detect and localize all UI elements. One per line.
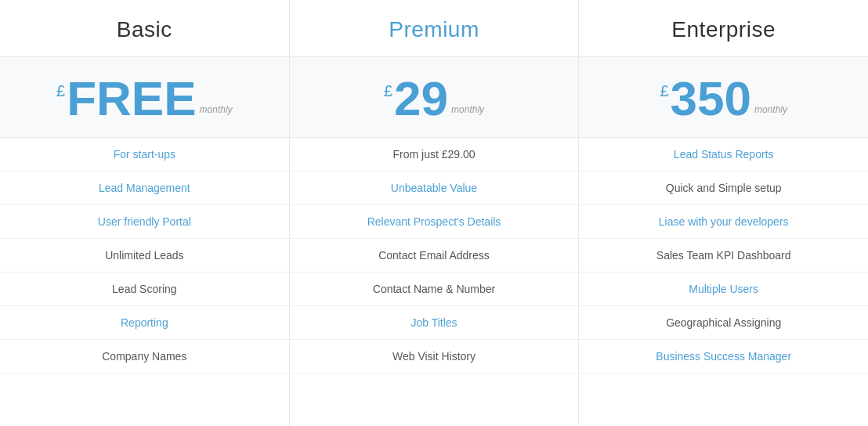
plan-basic-feature-4: Lead Scoring: [0, 273, 289, 306]
plan-basic-currency: £: [56, 82, 65, 100]
plan-enterprise-price-box: £350monthly: [579, 57, 868, 138]
plan-enterprise-feature-1: Quick and Simple setup: [579, 171, 868, 205]
plan-basic-header: Basic: [0, 0, 289, 57]
plan-enterprise-feature-0: Lead Status Reports: [579, 138, 868, 171]
plan-premium-feature-0: From just £29.00: [290, 138, 579, 171]
plan-basic-price-amount: FREE: [67, 74, 196, 123]
plan-basic-price-period: monthly: [200, 104, 233, 115]
plan-enterprise-feature-4: Multiple Users: [579, 273, 868, 306]
pricing-table: Basic£FREEmonthlyFor start-upsLead Manag…: [0, 0, 868, 426]
plan-premium-currency: £: [384, 82, 392, 100]
plan-premium-feature-2: Relevant Prospect's Details: [290, 205, 579, 239]
plan-enterprise: Enterprise£350monthlyLead Status Reports…: [579, 0, 868, 426]
plan-enterprise-feature-5: Geographical Assigning: [579, 306, 868, 340]
plan-premium: Premium£29monthlyFrom just £29.00Unbeata…: [290, 0, 580, 426]
plan-basic-feature-1: Lead Management: [0, 171, 289, 205]
plan-enterprise-feature-3: Sales Team KPI Dashboard: [579, 239, 868, 273]
plan-basic-price-box: £FREEmonthly: [0, 57, 289, 138]
plan-basic: Basic£FREEmonthlyFor start-upsLead Manag…: [0, 0, 290, 426]
plan-premium-price-amount: 29: [394, 74, 448, 123]
plan-premium-price-box: £29monthly: [290, 57, 579, 138]
plan-basic-feature-3: Unlimited Leads: [0, 239, 289, 273]
plan-enterprise-price-period: monthly: [754, 104, 787, 115]
plan-premium-feature-4: Contact Name & Number: [290, 273, 579, 306]
plan-premium-feature-5: Job Titles: [290, 306, 579, 340]
plan-enterprise-feature-6: Business Success Manager: [579, 340, 868, 374]
plan-premium-name: Premium: [389, 17, 479, 42]
plan-enterprise-currency: £: [660, 82, 668, 100]
plan-premium-feature-3: Contact Email Address: [290, 239, 579, 273]
plan-basic-feature-2: User friendly Portal: [0, 205, 289, 239]
plan-basic-feature-6: Company Names: [0, 340, 289, 374]
plan-premium-feature-6: Web Visit History: [290, 340, 579, 374]
plan-enterprise-name: Enterprise: [671, 17, 776, 42]
plan-premium-header: Premium: [290, 0, 579, 57]
plan-basic-feature-5: Reporting: [0, 306, 289, 340]
plan-basic-feature-0: For start-ups: [0, 138, 289, 171]
plan-enterprise-price-amount: 350: [671, 74, 751, 123]
plan-premium-feature-1: Unbeatable Value: [290, 171, 579, 205]
plan-enterprise-header: Enterprise: [579, 0, 868, 57]
plan-basic-name: Basic: [117, 17, 172, 42]
plan-enterprise-feature-2: Liase with your developers: [579, 205, 868, 239]
plan-premium-price-period: monthly: [451, 104, 484, 115]
